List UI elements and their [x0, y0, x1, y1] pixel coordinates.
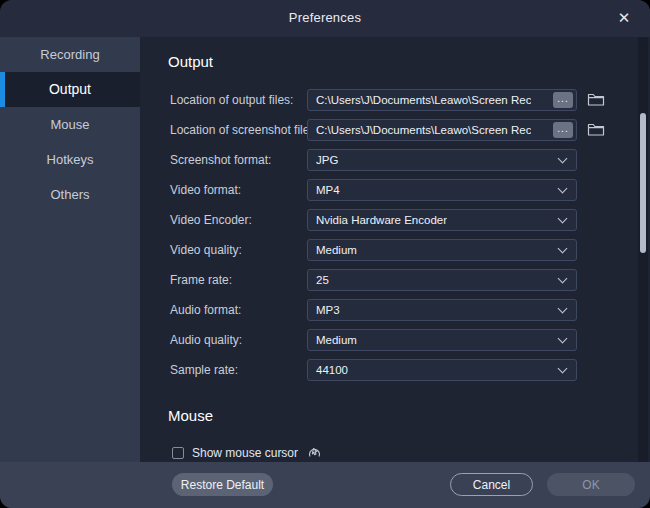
- preferences-dialog: Preferences ✕ Recording Output Mouse Hot…: [0, 0, 650, 508]
- sidebar-item-mouse[interactable]: Mouse: [0, 107, 140, 142]
- field-label: Audio format:: [170, 299, 241, 321]
- folder-icon[interactable]: [587, 92, 605, 111]
- scrollbar-thumb[interactable]: [640, 113, 646, 253]
- output-form: Location of output files: C:\Users\J\Doc…: [140, 89, 650, 389]
- chevron-down-icon: [558, 274, 568, 284]
- sidebar-item-hotkeys[interactable]: Hotkeys: [0, 142, 140, 177]
- sidebar-item-label: Mouse: [50, 117, 89, 132]
- select-value: MP3: [316, 300, 340, 320]
- sidebar-item-output[interactable]: Output: [0, 72, 140, 107]
- form-row-frame-rate: Frame rate: 25: [140, 269, 650, 291]
- select-value: 25: [316, 270, 329, 290]
- video-encoder-select[interactable]: Nvidia Hardware Encoder: [307, 209, 577, 231]
- screenshot-format-select[interactable]: JPG: [307, 149, 577, 171]
- footer-bar: Restore Default Cancel OK: [0, 462, 650, 508]
- select-value: 44100: [316, 360, 348, 380]
- field-label: Location of screenshot files:: [170, 119, 319, 141]
- section-title-output: Output: [168, 53, 213, 70]
- close-icon[interactable]: ✕: [614, 8, 634, 28]
- field-label: Video Encoder:: [170, 209, 252, 231]
- form-row-output-location: Location of output files: C:\Users\J\Doc…: [140, 89, 650, 111]
- field-label: Frame rate:: [170, 269, 232, 291]
- form-row-sample-rate: Sample rate: 44100: [140, 359, 650, 381]
- form-row-audio-format: Audio format: MP3: [140, 299, 650, 321]
- content-panel: Output Location of output files: C:\User…: [140, 37, 650, 462]
- show-mouse-cursor-checkbox[interactable]: [172, 447, 184, 459]
- browse-button[interactable]: ...: [553, 122, 573, 138]
- checkbox-label: Show mouse cursor: [192, 446, 298, 460]
- field-label: Screenshot format:: [170, 149, 271, 171]
- sidebar-item-recording[interactable]: Recording: [0, 37, 140, 72]
- field-label: Sample rate:: [170, 359, 238, 381]
- chevron-down-icon: [558, 184, 568, 194]
- chevron-down-icon: [558, 214, 568, 224]
- field-label: Location of output files:: [170, 89, 293, 111]
- select-value: MP4: [316, 180, 340, 200]
- form-row-screenshot-location: Location of screenshot files: C:\Users\J…: [140, 119, 650, 141]
- screenshot-location-field[interactable]: C:\Users\J\Documents\Leawo\Screen Record…: [307, 119, 577, 141]
- form-row-video-encoder: Video Encoder: Nvidia Hardware Encoder: [140, 209, 650, 231]
- sidebar-item-others[interactable]: Others: [0, 177, 140, 212]
- section-title-mouse: Mouse: [168, 407, 213, 424]
- sidebar-item-label: Hotkeys: [47, 152, 94, 167]
- chevron-down-icon: [558, 364, 568, 374]
- select-value: Medium: [316, 240, 357, 260]
- field-label: Video format:: [170, 179, 241, 201]
- video-format-select[interactable]: MP4: [307, 179, 577, 201]
- show-mouse-cursor-row: Show mouse cursor: [172, 442, 321, 462]
- browse-button[interactable]: ...: [553, 92, 573, 108]
- form-row-audio-quality: Audio quality: Medium: [140, 329, 650, 351]
- frame-rate-select[interactable]: 25: [307, 269, 577, 291]
- form-row-video-format: Video format: MP4: [140, 179, 650, 201]
- chevron-down-icon: [558, 304, 568, 314]
- select-value: Medium: [316, 330, 357, 350]
- chevron-down-icon: [558, 244, 568, 254]
- field-label: Audio quality:: [170, 329, 242, 351]
- form-row-video-quality: Video quality: Medium: [140, 239, 650, 261]
- path-value: C:\Users\J\Documents\Leawo\Screen Record…: [316, 120, 531, 140]
- form-row-screenshot-format: Screenshot format: JPG: [140, 149, 650, 171]
- cancel-button[interactable]: Cancel: [450, 473, 533, 496]
- audio-format-select[interactable]: MP3: [307, 299, 577, 321]
- audio-quality-select[interactable]: Medium: [307, 329, 577, 351]
- ok-button[interactable]: OK: [547, 473, 635, 496]
- select-value: JPG: [316, 150, 338, 170]
- restore-default-button[interactable]: Restore Default: [172, 473, 273, 496]
- sidebar: Recording Output Mouse Hotkeys Others: [0, 37, 140, 462]
- cursor-icon: [308, 444, 321, 462]
- folder-icon[interactable]: [587, 122, 605, 141]
- dialog-title: Preferences: [0, 10, 650, 25]
- sidebar-item-label: Output: [49, 81, 91, 97]
- path-value: C:\Users\J\Documents\Leawo\Screen Record…: [316, 90, 531, 110]
- title-bar: Preferences ✕: [0, 0, 650, 37]
- select-value: Nvidia Hardware Encoder: [316, 210, 447, 230]
- scrollbar[interactable]: [638, 37, 648, 462]
- video-quality-select[interactable]: Medium: [307, 239, 577, 261]
- sample-rate-select[interactable]: 44100: [307, 359, 577, 381]
- sidebar-item-label: Recording: [40, 47, 99, 62]
- chevron-down-icon: [558, 154, 568, 164]
- output-location-field[interactable]: C:\Users\J\Documents\Leawo\Screen Record…: [307, 89, 577, 111]
- field-label: Video quality:: [170, 239, 242, 261]
- sidebar-item-label: Others: [50, 187, 89, 202]
- chevron-down-icon: [558, 334, 568, 344]
